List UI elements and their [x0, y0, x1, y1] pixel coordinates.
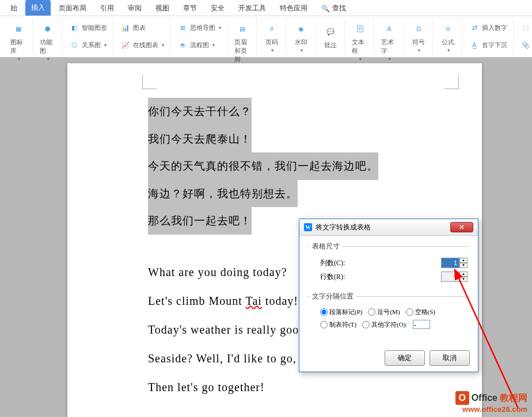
wordart-icon: A — [381, 21, 397, 37]
dialog-close-button[interactable]: ✕ — [450, 222, 473, 232]
tab-start[interactable]: 始 — [5, 1, 23, 16]
insertnum-button[interactable]: ⇄ 插入数字 — [467, 21, 510, 34]
cn-line-1: 你们今天去干什么？ — [148, 98, 252, 125]
watermark-url: www.office26.com — [455, 405, 527, 414]
comment-label: 批注 — [324, 41, 337, 49]
sep-paragraph-radio[interactable]: 段落标记(P) — [320, 308, 362, 316]
ribbon-group-symbol: Ω 符号 — [405, 18, 433, 55]
tab-reference[interactable]: 引用 — [94, 1, 120, 16]
symbol-button[interactable]: Ω 符号 — [408, 20, 429, 54]
onlinechart-icon: 📈 — [120, 40, 131, 51]
tab-devtools[interactable]: 开发工具 — [233, 1, 272, 16]
en-line-5: Then let's go together! — [148, 373, 459, 401]
onlinechart-label: 在线图表 — [133, 41, 158, 49]
attach-button[interactable]: 📎 插入附件 — [518, 39, 532, 52]
sep-other-radio[interactable]: 其他字符(O): — [362, 320, 407, 329]
cols-input[interactable] — [441, 258, 459, 268]
comment-button[interactable]: 💬 批注 — [320, 22, 341, 51]
comment-icon: 💬 — [322, 24, 339, 40]
rows-spin-up[interactable]: ▲ — [459, 271, 468, 277]
flowchart-button[interactable]: ⬘ 流程图 — [175, 39, 217, 52]
tab-security[interactable]: 安全 — [205, 1, 230, 16]
onlinechart-button[interactable]: 📈 在线图表 — [118, 39, 166, 52]
flowchart-label: 流程图 — [190, 41, 209, 49]
sep-comma-radio[interactable]: 逗号(M) — [368, 308, 400, 316]
relation-label: 关系图 — [82, 41, 101, 49]
wordart-label: 艺术字 — [381, 38, 397, 55]
group-sep-legend: 文字分隔位置 — [310, 292, 356, 301]
flowchart-icon: ⬘ — [177, 40, 188, 51]
smartshape-button[interactable]: ◧ 智能图形 — [67, 21, 109, 34]
relation-button[interactable]: ⬡ 关系图 — [67, 39, 109, 52]
group-table-size: 表格尺寸 列数(C): ▲ ▼ 行数(R): ▲ ▼ — [307, 242, 470, 288]
wordart-button[interactable]: A 艺术字 — [379, 20, 400, 63]
spellcheck-word: Tai — [246, 294, 262, 307]
cn-line-4: 海边？好啊，我也特别想去。 — [148, 180, 298, 208]
mindmap-button[interactable]: ⊞ 思维导图 — [175, 21, 223, 34]
chart-icon: 📊 — [120, 22, 131, 33]
ribbon-group-object: ⬚ 对象 📎 插入附件 — [515, 18, 532, 55]
object-button[interactable]: ⬚ 对象 — [518, 21, 532, 34]
cols-spin-down[interactable]: ▼ — [459, 263, 468, 268]
relation-icon: ⬡ — [69, 40, 79, 51]
smartshape-label: 智能图形 — [82, 24, 107, 32]
ribbon-group-watermark: ◉ 水印 — [287, 18, 316, 55]
funcchart-icon: ⬢ — [40, 21, 56, 37]
sep-space-radio[interactable]: 空格(S) — [406, 308, 435, 316]
ribbon-group-pagenum: # 页码 — [258, 18, 286, 55]
cancel-button[interactable]: 取消 — [430, 350, 470, 366]
chart-button[interactable]: 📊 图表 — [118, 21, 148, 34]
rows-input[interactable] — [441, 271, 459, 282]
tab-chapter[interactable]: 章节 — [177, 1, 203, 16]
sep-tab-radio[interactable]: 制表符(T) — [320, 320, 356, 329]
cn-line-2: 我们今天去爬泰山！ — [148, 125, 252, 153]
smartshape-icon: ◧ — [69, 22, 79, 33]
tab-special[interactable]: 特色应用 — [274, 1, 313, 16]
watermark-button[interactable]: ◉ 水印 — [291, 20, 311, 54]
pagenum-button[interactable]: # 页码 — [261, 20, 282, 54]
tab-search[interactable]: 🔍 查找 — [316, 1, 352, 16]
group-size-legend: 表格尺寸 — [310, 242, 342, 251]
tab-review[interactable]: 审阅 — [122, 1, 147, 16]
margin-corner-tl — [142, 75, 157, 89]
equation-button[interactable]: π 公式 — [438, 20, 458, 54]
pagenum-icon: # — [264, 21, 280, 37]
textbox-button[interactable]: 🄰 文本框 — [349, 20, 370, 63]
insertnum-label: 插入数字 — [482, 24, 507, 32]
cn-line-3: 今天的天气真的很不错，我们一起去海边吧。 — [148, 152, 378, 180]
iconlib-button[interactable]: ▦ 图标库 — [8, 20, 29, 63]
textbox-label: 文本框 — [352, 38, 368, 55]
ribbon-group-charts: 📊 图表 📈 在线图表 — [115, 18, 170, 55]
funcchart-label: 功能图 — [40, 38, 56, 55]
ribbon-group-shapes: ◧ 智能图形 ⬡ 关系图 — [63, 18, 113, 55]
ribbon-group-header: ▤ 页眉和页脚 — [229, 18, 257, 55]
cols-spin-up[interactable]: ▲ — [459, 258, 468, 263]
tab-layout[interactable]: 页面布局 — [53, 1, 92, 16]
ok-button[interactable]: 确定 — [385, 350, 425, 366]
iconlib-icon: ▦ — [10, 21, 26, 37]
textbox-icon: 🄰 — [352, 21, 368, 37]
insertnum-icon: ⇄ — [469, 22, 480, 33]
headerfooter-icon: ▤ — [234, 21, 250, 37]
tab-view[interactable]: 视图 — [150, 1, 175, 16]
object-icon: ⬚ — [520, 22, 531, 33]
dialog-footer: 确定 取消 — [299, 345, 478, 372]
headerfooter-label: 页眉和页脚 — [234, 38, 250, 64]
attach-icon: 📎 — [520, 40, 531, 51]
pagenum-label: 页码 — [265, 38, 278, 47]
margin-corner-tr — [444, 75, 459, 89]
dialog-logo-icon: W — [304, 223, 312, 231]
equation-label: 公式 — [442, 38, 454, 47]
dropcap-button[interactable]: A̲ 首字下沉 — [467, 39, 510, 52]
dialog-titlebar[interactable]: W 将文字转换成表格 ✕ — [299, 219, 478, 236]
cn-line-5: 那么我们一起去吧！ — [148, 207, 252, 235]
ribbon-group-wordart: A 艺术字 — [375, 18, 404, 55]
sep-other-input[interactable] — [413, 320, 430, 329]
dropcap-icon: A̲ — [469, 40, 480, 51]
search-icon: 🔍 — [321, 5, 330, 13]
tab-insert[interactable]: 插入 — [25, 0, 51, 16]
funcchart-button[interactable]: ⬢ 功能图 — [37, 20, 58, 63]
headerfooter-button[interactable]: ▤ 页眉和页脚 — [232, 20, 253, 65]
ribbon-group-diagrams: ⊞ 思维导图 ⬘ 流程图 — [172, 18, 227, 55]
rows-spin-down[interactable]: ▼ — [459, 277, 468, 282]
